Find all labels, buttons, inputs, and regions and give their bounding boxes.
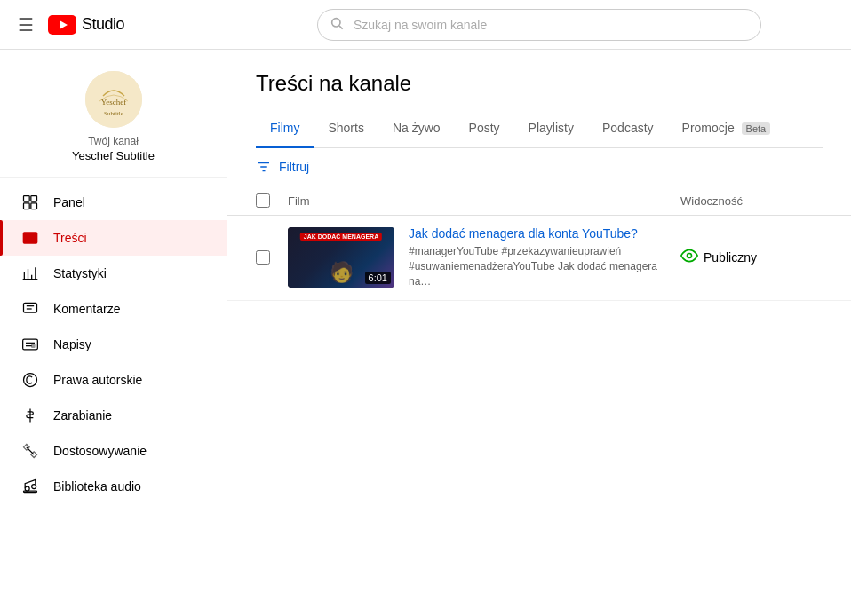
tresci-icon [21, 229, 39, 247]
svg-point-32 [688, 253, 692, 257]
studio-label: Studio [82, 15, 124, 34]
sidebar-item-statystyki-label: Statystyki [53, 266, 107, 280]
svg-line-25 [27, 447, 34, 454]
row1-checkbox[interactable] [256, 250, 270, 265]
eye-icon [680, 247, 698, 269]
header-checkbox[interactable] [256, 193, 288, 208]
sidebar-item-dostosowywanie[interactable]: Dostosowywanie [0, 433, 227, 469]
filter-bar: Filtruj [227, 148, 851, 186]
tab-filmy[interactable]: Filmy [256, 110, 314, 148]
sidebar-item-tresci[interactable]: Treści [0, 220, 227, 256]
sidebar-item-panel[interactable]: Panel [0, 185, 227, 220]
youtube-studio-logo[interactable]: Studio [48, 15, 124, 35]
app-body: Yeschef Subtitle Twój kanał Yeschef Subt… [0, 50, 851, 616]
sidebar-item-panel-label: Panel [53, 195, 85, 209]
tab-podcasty[interactable]: Podcasty [588, 110, 668, 148]
col-film-header: Film [288, 194, 680, 208]
komentarze-icon [21, 300, 39, 318]
svg-rect-7 [24, 196, 30, 202]
content-table: Film Widoczność JAK DODAĆ MENAGERA 🧑 6:0… [227, 186, 851, 300]
channel-info: Yeschef Subtitle Twój kanał Yeschef Subt… [0, 50, 227, 178]
avatar: Yeschef Subtitle [85, 71, 142, 128]
sidebar-nav: Panel Treści [0, 178, 227, 511]
filter-icon [256, 159, 272, 175]
sidebar: Yeschef Subtitle Twój kanał Yeschef Subt… [0, 50, 227, 616]
table-row: JAK DODAĆ MENAGERA 🧑 6:01 Jak dodać mena… [227, 216, 851, 300]
channel-label: Twój kanał [88, 135, 139, 147]
video-title[interactable]: Jak dodać menagera dla konta YouTube? [409, 226, 680, 241]
svg-rect-9 [24, 203, 30, 209]
sidebar-item-prawa[interactable]: Prawa autorskie [0, 362, 227, 398]
thumbnail-badge: JAK DODAĆ MENAGERA [300, 233, 382, 241]
hamburger-icon[interactable]: ☰ [14, 11, 37, 39]
svg-rect-10 [31, 203, 37, 209]
prawa-icon [21, 371, 39, 389]
visibility-text: Publiczny [704, 250, 757, 265]
sidebar-item-biblioteka-label: Biblioteka audio [53, 479, 141, 494]
sidebar-item-biblioteka[interactable]: Biblioteka audio [0, 469, 227, 504]
video-duration: 6:01 [365, 272, 391, 284]
svg-text:Yeschef: Yeschef [100, 98, 126, 107]
zarabianie-icon [21, 407, 39, 424]
beta-badge: Beta [742, 122, 771, 135]
tab-playlisty[interactable]: Playlisty [514, 110, 588, 148]
visibility-cell: Publiczny [680, 247, 823, 269]
table-header: Film Widoczność [227, 186, 851, 216]
topbar-left: ☰ Studio [14, 11, 227, 39]
napisy-icon [21, 336, 39, 353]
svg-rect-26 [24, 491, 37, 493]
svg-line-3 [339, 26, 343, 29]
sidebar-item-zarabianie-label: Zarabianie [53, 408, 112, 423]
video-description: #managerYouTube #przekazywanieuprawień #… [409, 244, 680, 288]
svg-point-28 [32, 485, 36, 489]
svg-point-27 [25, 486, 29, 491]
sidebar-item-komentarze-label: Komentarze [53, 302, 120, 316]
page-title: Treści na kanale [256, 71, 823, 96]
col-visibility-header: Widoczność [680, 194, 823, 208]
tab-posty[interactable]: Posty [455, 110, 514, 148]
select-all-checkbox[interactable] [256, 193, 270, 208]
svg-rect-19 [23, 339, 38, 350]
thumbnail-figure: 🧑 [330, 261, 354, 284]
biblioteka-icon [21, 478, 39, 495]
svg-text:Subtitle: Subtitle [104, 110, 123, 117]
main-content: Treści na kanale Filmy Shorts Na żywo Po… [227, 50, 851, 616]
sidebar-item-dostosowywanie-label: Dostosowywanie [53, 444, 147, 458]
search-icon [330, 16, 344, 34]
dostosowywanie-icon [21, 442, 39, 460]
row-checkbox[interactable] [256, 250, 288, 265]
topbar: ☰ Studio [0, 0, 851, 50]
content-header: Treści na kanale Filmy Shorts Na żywo Po… [227, 50, 851, 148]
tab-shorts[interactable]: Shorts [314, 110, 378, 148]
video-thumbnail: JAK DODAĆ MENAGERA 🧑 6:01 [288, 227, 394, 288]
sidebar-item-statystyki[interactable]: Statystyki [0, 256, 227, 291]
search-input[interactable] [317, 9, 761, 41]
statystyki-icon [21, 265, 39, 282]
sidebar-item-komentarze[interactable]: Komentarze [0, 291, 227, 327]
svg-point-23 [24, 374, 37, 387]
svg-point-2 [332, 18, 340, 26]
svg-rect-8 [31, 196, 37, 202]
sidebar-item-napisy[interactable]: Napisy [0, 327, 227, 362]
svg-rect-22 [32, 344, 35, 347]
panel-icon [21, 193, 39, 211]
search-bar [317, 9, 761, 41]
sidebar-item-tresci-label: Treści [53, 231, 87, 245]
filter-label[interactable]: Filtruj [279, 160, 309, 174]
sidebar-item-napisy-label: Napisy [53, 337, 91, 351]
channel-name: Yeschef Subtitle [72, 149, 155, 162]
video-details: Jak dodać menagera dla konta YouTube? #m… [409, 226, 680, 288]
sidebar-item-zarabianie[interactable]: Zarabianie [0, 398, 227, 433]
sidebar-item-prawa-label: Prawa autorskie [53, 373, 142, 387]
tabs: Filmy Shorts Na żywo Posty Playlisty Pod… [256, 110, 823, 148]
tab-nazywo[interactable]: Na żywo [378, 110, 455, 148]
tab-promocje[interactable]: Promocje Beta [668, 110, 785, 148]
youtube-icon [48, 15, 76, 35]
svg-rect-16 [24, 303, 37, 312]
video-info: JAK DODAĆ MENAGERA 🧑 6:01 Jak dodać mena… [288, 226, 680, 288]
